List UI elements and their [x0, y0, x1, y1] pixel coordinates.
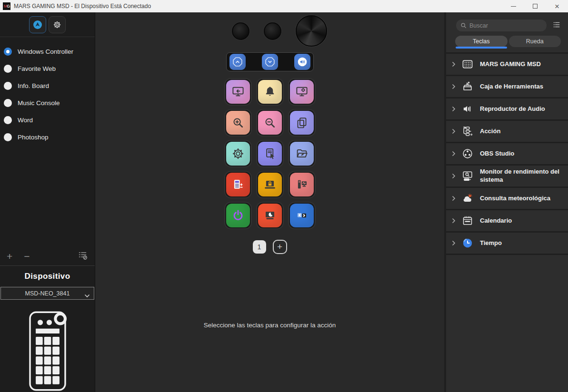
- close-button[interactable]: ×: [546, 0, 568, 12]
- search-box[interactable]: [456, 20, 547, 31]
- search-icon: [460, 22, 467, 29]
- performance-monitor-icon: [461, 170, 474, 182]
- toolbox-icon: [461, 80, 474, 93]
- category-reproductor-de-audio[interactable]: Reproductor de Audio: [446, 98, 568, 121]
- hint-text: Seleccione las teclas para configurar la…: [95, 322, 444, 329]
- key-slot[interactable]: [288, 109, 316, 137]
- keypad-icon: [461, 58, 474, 70]
- radio-icon: [4, 82, 12, 90]
- key-slot[interactable]: [224, 171, 252, 198]
- volume-down-icon: [264, 56, 276, 68]
- profile-item-favorite-web[interactable]: Favorite Web: [4, 60, 95, 77]
- clock-icon: [461, 237, 474, 249]
- add-page-button[interactable]: +: [273, 240, 287, 254]
- knob-row: [95, 14, 444, 48]
- profile-manager-icon: [78, 250, 88, 261]
- chevron-right-icon: [452, 240, 456, 246]
- key-slot[interactable]: [224, 140, 252, 167]
- profile-label: Info. Board: [18, 82, 49, 89]
- profile-item-word[interactable]: Word: [4, 111, 95, 128]
- chevron-right-icon: [452, 106, 456, 112]
- title-bar: MG MARS GAMING MSD - El Dispositivo Está…: [0, 0, 568, 12]
- monitor-undo-icon: [231, 85, 245, 99]
- device-dropdown-value: MSD-NEO_3841: [25, 290, 70, 297]
- device-dropdown[interactable]: MSD-NEO_3841: [0, 287, 94, 300]
- chevron-right-icon: [452, 61, 456, 67]
- wheel-key-volume-down[interactable]: [262, 54, 278, 70]
- weather-icon: [461, 192, 474, 205]
- device-illustration: [27, 310, 68, 392]
- profile-item-photoshop[interactable]: Photoshop: [4, 128, 95, 146]
- key-slot[interactable]: [288, 202, 316, 229]
- category-consulta-meteorologica[interactable]: Consulta meteorológica: [446, 188, 568, 210]
- category-tiempo[interactable]: Tiempo: [446, 233, 568, 255]
- panel-tabs: Teclas Rueda: [446, 36, 568, 47]
- profile-item-windows-controller[interactable]: Windows Controller: [4, 43, 95, 60]
- volume-up-icon: [231, 56, 244, 68]
- key-slot[interactable]: [256, 140, 284, 167]
- category-obs-studio[interactable]: OBS Studio: [446, 143, 568, 166]
- key-slot[interactable]: [224, 109, 252, 137]
- wheel-key-mute[interactable]: [294, 54, 310, 70]
- key-slot[interactable]: [256, 109, 284, 137]
- key-grid: [224, 78, 316, 229]
- chevron-right-icon: [452, 151, 456, 157]
- profile-list: Windows Controller Favorite Web Info. Bo…: [0, 37, 95, 146]
- category-caja-de-herramientas[interactable]: Caja de Herramientas: [446, 76, 568, 98]
- key-slot[interactable]: [224, 78, 252, 106]
- chevron-down-icon: [84, 291, 90, 300]
- volume-mute-icon: [296, 56, 309, 68]
- radio-icon: [4, 116, 12, 124]
- key-slot[interactable]: [288, 171, 316, 198]
- chevron-right-icon: [452, 128, 456, 134]
- tab-rueda[interactable]: Rueda: [509, 36, 561, 47]
- profile-label: Windows Controller: [18, 48, 73, 55]
- category-monitor-de-rendimiento[interactable]: Monitor de rendimiento del sistema: [446, 166, 568, 188]
- volume-knob[interactable]: [296, 15, 327, 47]
- document-cursor-icon: [263, 147, 277, 161]
- key-slot[interactable]: [224, 202, 252, 229]
- device-heading: Dispositivo: [24, 272, 70, 281]
- key-slot[interactable]: [288, 140, 316, 167]
- page-navigation: 1 +: [95, 240, 444, 254]
- key-slot[interactable]: [256, 78, 284, 106]
- profile-item-music-console[interactable]: Music Console: [4, 94, 95, 111]
- gear-key-icon: [231, 147, 245, 161]
- wheel-key-volume-up[interactable]: [229, 54, 246, 70]
- tab-teclas[interactable]: Teclas: [455, 36, 508, 47]
- edit-profiles-button[interactable]: [78, 250, 88, 263]
- key-slot[interactable]: [256, 202, 284, 229]
- sleep-icon: [263, 208, 277, 223]
- remove-profile-button[interactable]: −: [24, 251, 30, 261]
- home-button[interactable]: [29, 16, 46, 33]
- radio-icon: [4, 133, 12, 141]
- add-profile-button[interactable]: +: [7, 251, 12, 261]
- profile-label: Word: [18, 117, 33, 124]
- obs-icon: [461, 147, 474, 160]
- maximize-button[interactable]: [524, 0, 546, 12]
- knob-button-1[interactable]: [232, 22, 249, 40]
- search-input[interactable]: [469, 22, 541, 29]
- monitor-settings-icon: [295, 85, 309, 99]
- action-icon: [461, 125, 474, 137]
- radio-icon: [4, 65, 12, 73]
- actions-panel: Teclas Rueda MARS GAMING MSD: [444, 12, 568, 392]
- minimize-button[interactable]: [502, 0, 524, 12]
- action-category-list: MARS GAMING MSD Caja de Herramientas: [446, 52, 568, 255]
- key-slot[interactable]: [256, 171, 284, 198]
- settings-button[interactable]: [49, 16, 66, 33]
- page-1-button[interactable]: 1: [253, 240, 266, 254]
- category-mars-gaming-msd[interactable]: MARS GAMING MSD: [446, 54, 568, 76]
- close-icon: ×: [555, 2, 559, 10]
- chevron-right-icon: [452, 173, 456, 179]
- profile-label: Favorite Web: [18, 65, 56, 72]
- zoom-in-icon: [231, 116, 245, 130]
- list-view-button[interactable]: [552, 20, 561, 31]
- zoom-out-icon: [263, 116, 277, 130]
- category-calendario[interactable]: Calendario: [446, 210, 568, 233]
- profile-item-info-board[interactable]: Info. Board: [4, 77, 95, 94]
- knob-button-2[interactable]: [264, 22, 281, 40]
- key-slot[interactable]: [288, 78, 316, 106]
- list-view-icon: [552, 20, 561, 29]
- category-accion[interactable]: Acción: [446, 121, 568, 143]
